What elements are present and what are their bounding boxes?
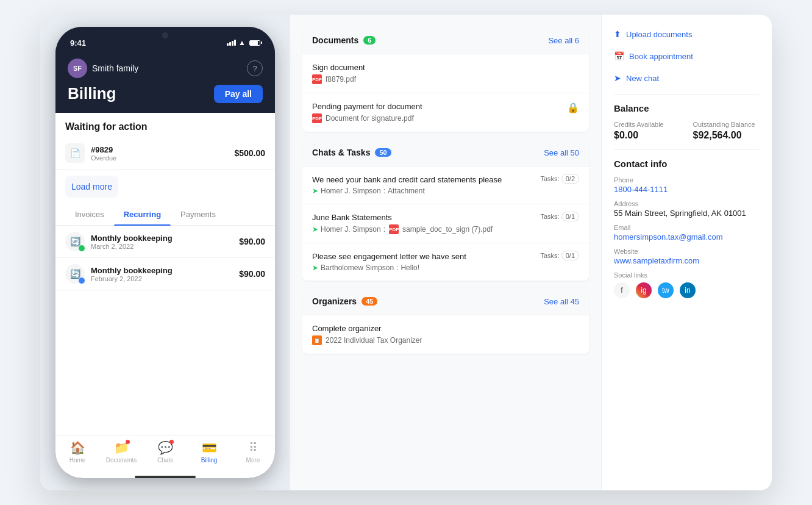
chats-tasks-count-badge: 50 [375,148,391,157]
address-value: 55 Main Street, Springfield, AK 01001 [614,209,760,218]
phone-status-bar: 9:41 ▲ [55,27,275,54]
tasks-count-1: 0/2 [561,174,579,184]
sidebar: ⬆ Upload documents 📅 Book appointment ➤ … [601,15,772,490]
doc-file-2: PDF Document for signature.pdf [312,113,422,123]
balance-row: Credits Available $0.00 Outstanding Bala… [614,121,760,141]
recurring-badge-1 [78,245,85,252]
chat-message-2: sample_doc_to_sign (7).pdf [402,225,493,234]
book-appointment-button[interactable]: 📅 Book appointment [614,49,760,63]
tab-payments[interactable]: Payments [171,204,226,225]
doc-title-2: Pending payment for document [312,102,422,111]
documents-see-all[interactable]: See all 6 [548,36,579,45]
outstanding-value: $92,564.00 [693,130,760,141]
organizers-count-badge: 45 [361,297,377,306]
instagram-icon[interactable]: ig [636,282,652,298]
invoice-item[interactable]: 📄 #9829 Overdue $500.00 [55,137,275,170]
recurring-item-2[interactable]: 🔄 Monthly bookkeeping February 2, 2022 $… [55,258,275,290]
chat-sender-1: Homer J. Simpson [321,187,381,195]
nav-home[interactable]: 🏠 Home [55,440,99,464]
organizer-item-1[interactable]: Complete organizer 📋 2022 Individual Tax… [302,315,589,354]
website-label: Website [614,248,760,255]
chat-item-1[interactable]: We need your bank and credit card statem… [302,167,589,204]
phone-time: 9:41 [70,38,86,48]
doc-file-1: PDF f8879.pdf [312,74,579,84]
email-value[interactable]: homersimpson.tax@gmail.com [614,232,760,242]
organizer-file-1: 2022 Individual Tax Organizer [326,336,422,345]
chat-left-1: We need your bank and credit card statem… [312,175,530,195]
doc-filename-1: f8879.pdf [326,75,356,84]
chats-tasks-see-all[interactable]: See all 50 [544,148,579,157]
chats-badge [169,440,174,444]
pay-all-button[interactable]: Pay all [214,85,263,103]
chat-item-3[interactable]: Please see engagement letter we have sen… [302,243,589,281]
chat-sub-1: ➤ Homer J. Simpson: Attachment [312,187,530,195]
nav-chats[interactable]: 💬 Chats [143,440,187,464]
load-more-button[interactable]: Load more [65,176,118,198]
linkedin-icon[interactable]: in [680,282,696,298]
main-content: Documents 6 See all 6 Sign document PDF … [290,15,601,490]
credits-available: Credits Available $0.00 [614,121,681,141]
nav-billing-label: Billing [201,457,218,464]
documents-title: Documents [312,35,358,45]
invoice-status: Overdue [91,154,228,162]
email-label: Email [614,224,760,231]
phone-label: Phone [614,176,760,184]
recurring-icon-2: 🔄 [65,264,85,284]
chat-title-1: We need your bank and credit card statem… [312,175,530,184]
invoice-details: #9829 Overdue [91,145,228,162]
doc-item-1[interactable]: Sign document PDF f8879.pdf [302,54,589,93]
bottom-nav: 🏠 Home 📁 Documents 💬 [55,435,275,473]
upload-icon: ⬆ [614,29,621,39]
doc-item-2[interactable]: Pending payment for document PDF Documen… [302,93,589,132]
credits-value: $0.00 [614,130,681,141]
twitter-icon[interactable]: tw [658,282,674,298]
chat-item-2[interactable]: June Bank Statements ➤ Homer J. Simpson:… [302,204,589,243]
chat-title-2: June Bank Statements [312,213,530,222]
chat-title-3: Please see engagement letter we have sen… [312,252,530,261]
chat-sender-3: Bartholomew Simpson [321,263,394,272]
contact-info-title: Contact info [614,159,760,169]
phone-user-left: SF Smith family [68,59,138,78]
social-links: f ig tw in [614,282,760,298]
recurring-badge-2 [78,277,85,284]
phone-camera [162,32,168,38]
chat-message-3: Hello! [401,263,419,272]
nav-billing[interactable]: 💳 Billing [187,440,231,464]
tasks-badge-2: Tasks: 0/1 [540,213,579,220]
organizers-section: Organizers 45 See all 45 Complete organi… [302,288,589,354]
nav-more-label: More [246,457,260,464]
organizer-sub-1: 📋 2022 Individual Tax Organizer [312,335,579,345]
recurring-amount-2: $90.00 [239,269,265,279]
organizers-header: Organizers 45 See all 45 [302,288,589,315]
nav-more[interactable]: ⠿ More [231,440,275,464]
phone-value[interactable]: 1800-444-1111 [614,185,760,194]
phone-scroll-area[interactable]: Waiting for action 📄 #9829 Overdue $500.… [55,113,275,435]
page-title: Billing [68,84,116,103]
battery-icon [249,40,260,46]
organizers-see-all[interactable]: See all 45 [544,297,579,306]
sidebar-divider-2 [614,149,760,150]
nav-documents[interactable]: 📁 Documents [99,440,143,464]
facebook-icon[interactable]: f [614,282,630,298]
website-value[interactable]: www.sampletaxfirm.com [614,256,760,265]
documents-section: Documents 6 See all 6 Sign document PDF … [302,27,589,132]
chat-icon: ➤ [614,73,621,83]
recurring-item-1[interactable]: 🔄 Monthly bookkeeping March 2, 2022 $90.… [55,226,275,258]
address-label: Address [614,200,760,207]
send-icon-3: ➤ [312,263,318,272]
new-chat-label: New chat [626,74,659,83]
balance-title: Balance [614,103,760,113]
organizers-header-left: Organizers 45 [312,296,377,306]
documents-header-left: Documents 6 [312,35,376,45]
doc-filename-2: Document for signature.pdf [326,114,414,123]
phone-status-icons: ▲ [227,38,260,47]
new-chat-button[interactable]: ➤ New chat [614,71,760,85]
recurring-name-1: Monthly bookkeeping [91,234,233,243]
tab-invoices[interactable]: Invoices [65,204,114,225]
help-button[interactable]: ? [247,60,263,76]
chat-message-1: Attachment [388,187,425,195]
nav-documents-label: Documents [106,457,137,464]
phone-frame: 9:41 ▲ [55,27,275,478]
upload-documents-button[interactable]: ⬆ Upload documents [614,27,760,41]
tab-recurring[interactable]: Recurring [114,204,171,225]
